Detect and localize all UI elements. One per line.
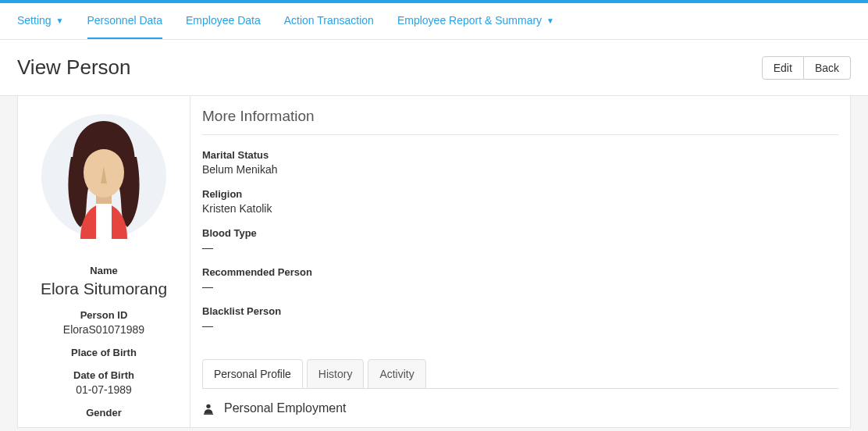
dob-value: 01-07-1989 (30, 383, 178, 396)
person-id-label: Person ID (30, 309, 178, 321)
content: Name Elora Situmorang Person ID EloraS01… (17, 96, 851, 428)
dob-label: Date of Birth (30, 369, 178, 381)
svg-rect-2 (96, 204, 112, 239)
blood-type-label: Blood Type (202, 227, 838, 239)
nav-employee-data[interactable]: Employee Data (186, 3, 261, 39)
more-info-heading: More Information (202, 108, 838, 135)
page-header: View Person Edit Back (0, 40, 868, 96)
blacklist-label: Blacklist Person (202, 305, 838, 317)
avatar-icon (41, 102, 166, 251)
marital-status-label: Marital Status (202, 149, 838, 161)
nav-personnel-data-label: Personnel Data (87, 14, 163, 27)
svg-rect-5 (204, 414, 213, 415)
edit-button[interactable]: Edit (762, 56, 804, 80)
tab-activity[interactable]: Activity (368, 359, 425, 389)
name-label: Name (30, 265, 178, 276)
tab-history[interactable]: History (307, 359, 365, 389)
avatar-wrap (30, 102, 178, 251)
religion-value: Kristen Katolik (202, 202, 838, 215)
nav-action-transaction-label: Action Transaction (284, 14, 374, 27)
nav-action-transaction[interactable]: Action Transaction (284, 3, 374, 39)
tabs: Personal Profile History Activity (202, 359, 838, 389)
religion-label: Religion (202, 188, 838, 200)
nav-setting[interactable]: Setting ▼ (17, 3, 64, 39)
personal-employment-heading: Personal Employment (224, 401, 347, 415)
gender-label: Gender (30, 407, 178, 419)
nav-personnel-data[interactable]: Personnel Data (87, 3, 163, 39)
nav-setting-label: Setting (17, 14, 52, 27)
blood-type-value: — (202, 241, 838, 254)
recommended-label: Recommended Person (202, 266, 838, 278)
nav-employee-report[interactable]: Employee Report & Summary ▼ (397, 3, 554, 39)
back-button[interactable]: Back (804, 56, 851, 80)
person-id-value: EloraS01071989 (30, 323, 178, 336)
main-panel: More Information Marital Status Belum Me… (190, 96, 850, 427)
person-sidebar: Name Elora Situmorang Person ID EloraS01… (18, 96, 190, 427)
name-value: Elora Situmorang (30, 280, 178, 298)
tab-panel: Personal Employment (202, 388, 838, 428)
recommended-value: — (202, 280, 838, 293)
pob-label: Place of Birth (30, 347, 178, 358)
person-icon (202, 402, 215, 415)
caret-down-icon: ▼ (56, 16, 64, 25)
svg-point-4 (206, 404, 210, 408)
marital-status-value: Belum Menikah (202, 163, 838, 176)
top-nav: Setting ▼ Personnel Data Employee Data A… (0, 3, 868, 40)
nav-employee-data-label: Employee Data (186, 14, 261, 27)
tab-personal-profile[interactable]: Personal Profile (202, 359, 303, 389)
caret-down-icon: ▼ (546, 16, 554, 25)
header-actions: Edit Back (762, 56, 851, 80)
blacklist-value: — (202, 319, 838, 332)
nav-employee-report-label: Employee Report & Summary (397, 14, 542, 27)
page-title: View Person (17, 55, 131, 80)
